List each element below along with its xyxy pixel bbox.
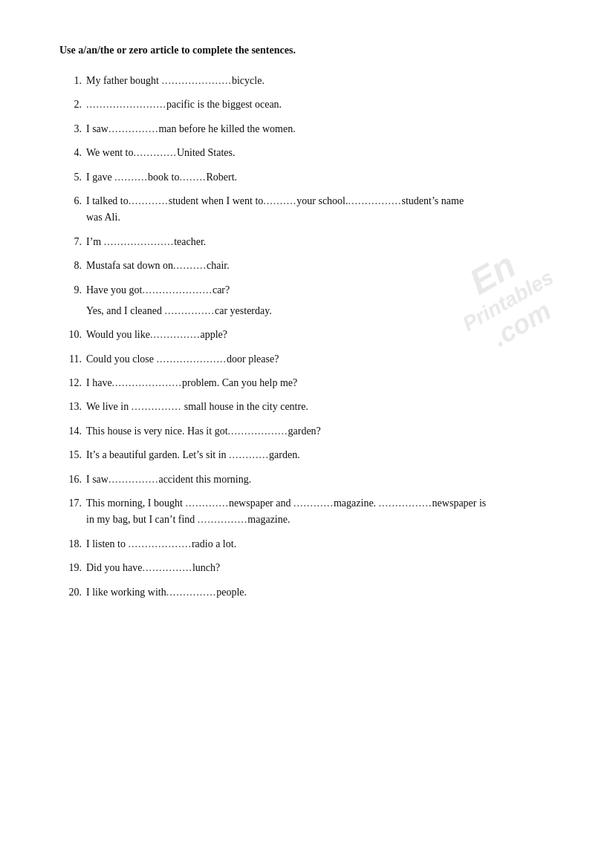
sentence-number: 14. bbox=[59, 423, 82, 440]
list-item: 10.Would you like...............apple? bbox=[59, 327, 551, 343]
sentence-number: 3. bbox=[59, 121, 82, 137]
sentence-number: 18. bbox=[59, 536, 82, 552]
sentence-text: I talked to............student when I we… bbox=[86, 193, 551, 209]
sentence-text: Would you like...............apple? bbox=[86, 327, 551, 343]
list-item: 15.It’s a beautiful garden. Let’s sit in… bbox=[59, 447, 551, 463]
sentence-number: 8. bbox=[59, 258, 82, 274]
sentence-text: I have.....................problem. Can … bbox=[86, 375, 551, 391]
list-item: 16.I saw...............accident this mor… bbox=[59, 471, 551, 488]
sentence-number: 6. bbox=[59, 193, 82, 209]
list-item: 2.........................pacific is the… bbox=[59, 97, 551, 113]
sentence-text: This house is very nice. Has it got.....… bbox=[86, 423, 551, 440]
list-item: 20.I like working with...............peo… bbox=[59, 584, 551, 601]
sentence-number: 17. bbox=[59, 495, 82, 512]
continuation-text: was Ali. bbox=[86, 209, 551, 226]
sentence-number: 4. bbox=[59, 145, 82, 161]
sentence-text: I’m .....................teacher. bbox=[86, 234, 551, 250]
sentence-number: 1. bbox=[59, 73, 82, 89]
sentence-number: 2. bbox=[59, 97, 82, 113]
instruction: Use a/an/the or zero article to complete… bbox=[59, 45, 551, 56]
sentence-number: 11. bbox=[59, 351, 82, 368]
list-item: 4.We went to.............United States. bbox=[59, 145, 551, 161]
list-item: 8.Mustafa sat down on..........chair. bbox=[59, 258, 551, 274]
page: En Printables .com Use a/an/the or zero … bbox=[0, 0, 610, 653]
sentence-text: We went to.............United States. bbox=[86, 145, 551, 161]
sentence-text: I gave ..........book to........Robert. bbox=[86, 169, 551, 186]
sentence-text: Could you close .....................doo… bbox=[86, 351, 551, 368]
sentence-text: It’s a beautiful garden. Let’s sit in ..… bbox=[86, 447, 551, 463]
list-item: 14.This house is very nice. Has it got..… bbox=[59, 423, 551, 440]
continuation-text: in my bag, but I can’t find ............… bbox=[86, 512, 551, 528]
sentence-number: 9. bbox=[59, 282, 82, 298]
sentence-text: I like working with...............people… bbox=[86, 584, 551, 601]
list-item: 5.I gave ..........book to........Robert… bbox=[59, 169, 551, 186]
sentence-text: I saw...............accident this mornin… bbox=[86, 471, 551, 488]
sentence-number: 7. bbox=[59, 234, 82, 250]
list-item: 6.I talked to............student when I … bbox=[59, 193, 551, 226]
list-item: 11.Could you close .....................… bbox=[59, 351, 551, 368]
list-item: 13.We live in ............... small hous… bbox=[59, 399, 551, 415]
sentence-number: 20. bbox=[59, 584, 82, 601]
sentence-number: 12. bbox=[59, 375, 82, 391]
sentence-text: I listen to ...................radio a l… bbox=[86, 536, 551, 552]
sentence-text: ........................pacific is the b… bbox=[86, 97, 551, 113]
sentence-text: We live in ............... small house i… bbox=[86, 399, 551, 415]
list-item: 19.Did you have...............lunch? bbox=[59, 560, 551, 576]
sentence-text: I saw...............man before he killed… bbox=[86, 121, 551, 137]
sentence-number: 5. bbox=[59, 169, 82, 186]
sentence-text: Mustafa sat down on..........chair. bbox=[86, 258, 551, 274]
sentence-number: 15. bbox=[59, 447, 82, 463]
list-item: 9.Have you got.....................car?Y… bbox=[59, 282, 551, 320]
sentence-list: 1.My father bought .....................… bbox=[59, 73, 551, 601]
list-item: 18.I listen to ...................radio … bbox=[59, 536, 551, 552]
list-item: 17.This morning, I bought .............n… bbox=[59, 495, 551, 529]
sentence-text: This morning, I bought .............news… bbox=[86, 495, 551, 512]
continuation2-text: Yes, and I cleaned ...............car ye… bbox=[86, 303, 551, 319]
sentence-number: 19. bbox=[59, 560, 82, 576]
sentence-number: 10. bbox=[59, 327, 82, 343]
list-item: 12.I have.....................problem. C… bbox=[59, 375, 551, 391]
list-item: 7.I’m .....................teacher. bbox=[59, 234, 551, 250]
sentence-number: 13. bbox=[59, 399, 82, 415]
sentence-text: Have you got.....................car? bbox=[86, 282, 551, 298]
sentence-number: 16. bbox=[59, 471, 82, 488]
list-item: 1.My father bought .....................… bbox=[59, 73, 551, 89]
list-item: 3.I saw...............man before he kill… bbox=[59, 121, 551, 137]
sentence-text: Did you have...............lunch? bbox=[86, 560, 551, 576]
sentence-text: My father bought .....................bi… bbox=[86, 73, 551, 89]
